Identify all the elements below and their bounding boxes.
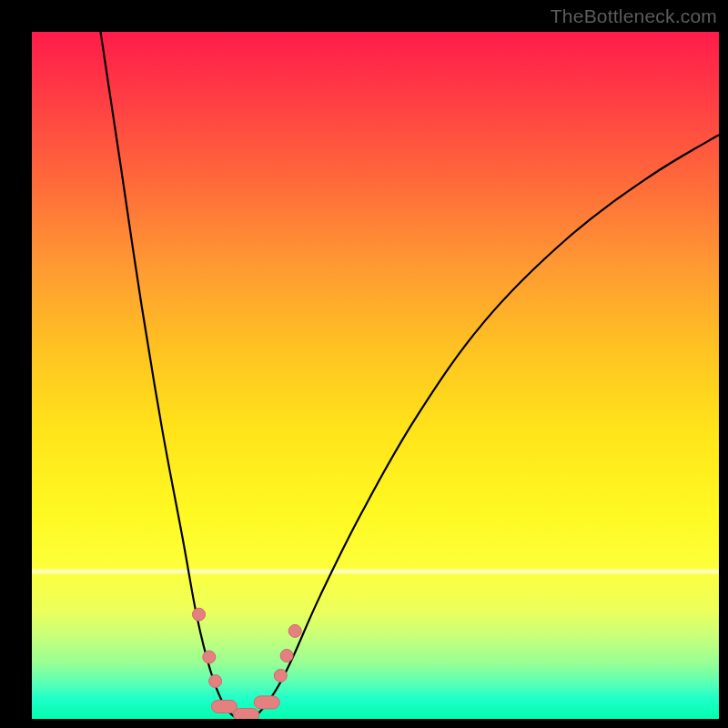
curve-marker [209, 675, 222, 688]
curve-marker [234, 709, 259, 720]
chart-frame: TheBottleneck.com [0, 0, 728, 728]
marker-group [193, 608, 302, 719]
plot-area [32, 32, 719, 719]
curve-marker [254, 696, 279, 709]
curve-marker [193, 608, 206, 621]
curve-marker [274, 669, 287, 682]
curve-marker [203, 651, 216, 663]
curve-marker [211, 700, 237, 713]
watermark-text: TheBottleneck.com [551, 5, 717, 27]
curve-marker [288, 624, 301, 637]
curve-marker [280, 650, 293, 662]
curve-layer [32, 32, 719, 719]
